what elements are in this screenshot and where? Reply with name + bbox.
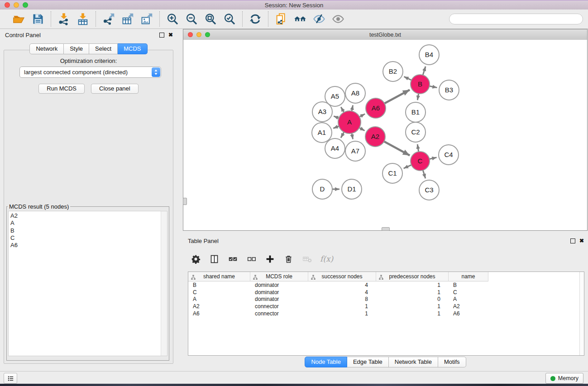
network-zoom-button[interactable] <box>205 32 210 37</box>
homes-icon[interactable] <box>293 12 307 26</box>
task-history-button[interactable] <box>4 373 17 384</box>
run-mcds-button[interactable]: Run MCDS <box>38 84 85 94</box>
graph-node-A1[interactable]: A1 <box>312 123 332 143</box>
graph-edge-A-A4[interactable] <box>341 132 344 138</box>
graph-node-D[interactable]: D <box>312 179 332 199</box>
minimize-window-button[interactable] <box>14 2 19 8</box>
table-cell[interactable]: A2 <box>449 303 488 310</box>
table-cell[interactable]: dominator <box>250 296 308 302</box>
mcds-result-item[interactable]: A <box>9 219 167 227</box>
split-handle-left[interactable] <box>183 198 187 205</box>
float-table-panel-icon[interactable] <box>570 238 575 243</box>
network-close-button[interactable] <box>188 32 193 37</box>
table-row[interactable]: Adominator80A <box>188 296 584 303</box>
graph-node-B2[interactable]: B2 <box>383 62 403 81</box>
mcds-result-item[interactable]: C <box>9 234 167 242</box>
split-handle-bottom[interactable] <box>382 227 390 231</box>
zoom-out-icon[interactable] <box>185 12 198 26</box>
table-cell[interactable]: dominator <box>250 289 308 295</box>
graph-node-A8[interactable]: A8 <box>345 83 365 103</box>
column-icon[interactable] <box>209 253 220 264</box>
mcds-result-item[interactable]: A6 <box>9 242 167 249</box>
tab-network[interactable]: Network <box>29 43 64 54</box>
table-cell[interactable]: 1 <box>376 289 449 295</box>
graph-edge-A-A5[interactable] <box>341 107 344 113</box>
apply-layout-icon[interactable] <box>249 12 262 26</box>
search-input[interactable] <box>462 15 579 23</box>
network-canvas[interactable]: AA1A2A3A4A5A6A7A8BB1B2B3B4CC1C2C3C4DD1 <box>183 40 587 230</box>
graph-edge-B-B1[interactable] <box>417 93 419 100</box>
search-field[interactable] <box>449 14 583 24</box>
graph-node-C4[interactable]: C4 <box>439 145 459 165</box>
table-cell[interactable]: 1 <box>376 310 449 317</box>
table-cell[interactable]: A6 <box>449 310 488 317</box>
import-table-icon[interactable] <box>76 12 90 26</box>
deselect-all-icon[interactable] <box>246 253 257 264</box>
tab-node-table[interactable]: Node Table <box>305 357 347 367</box>
graph-edge-A-A2[interactable] <box>359 128 365 131</box>
tab-edge-table[interactable]: Edge Table <box>347 357 389 367</box>
table-cell[interactable]: connector <box>250 310 308 317</box>
zoom-selected-icon[interactable] <box>223 12 236 26</box>
graph-edge-B-B3[interactable] <box>429 86 437 88</box>
table-cell[interactable]: dominator <box>250 282 308 288</box>
graph-node-B3[interactable]: B3 <box>439 80 459 100</box>
column-header-shared-name[interactable]: shared name <box>188 272 250 281</box>
zoom-in-icon[interactable] <box>166 12 179 26</box>
tab-network-table[interactable]: Network Table <box>389 357 438 367</box>
close-panel-button[interactable]: Close panel <box>91 84 139 94</box>
table-cell[interactable]: 0 <box>376 296 449 302</box>
graph-node-A5[interactable]: A5 <box>325 86 345 106</box>
zoom-fit-icon[interactable] <box>204 12 217 26</box>
graph-edge-C-C4[interactable] <box>429 157 437 159</box>
table-cell[interactable]: 4 <box>308 282 376 288</box>
add-icon[interactable] <box>264 253 275 264</box>
graph-edge-A6-B[interactable] <box>384 90 410 104</box>
tab-style[interactable]: Style <box>64 43 89 54</box>
graph-node-C1[interactable]: C1 <box>382 163 402 183</box>
zoom-window-button[interactable] <box>23 2 28 8</box>
table-cell[interactable]: 1 <box>376 303 449 310</box>
graph-edge-A-A6[interactable] <box>359 114 365 117</box>
table-scrollbar[interactable] <box>579 272 584 355</box>
table-cell[interactable]: 1 <box>376 282 449 288</box>
delete-icon[interactable] <box>283 253 294 264</box>
graph-node-A7[interactable]: A7 <box>345 141 365 161</box>
graph-node-C3[interactable]: C3 <box>419 180 439 200</box>
tab-motifs[interactable]: Motifs <box>438 357 466 367</box>
table-cell[interactable]: A <box>188 296 250 302</box>
graph-node-A6[interactable]: A6 <box>366 98 386 118</box>
close-window-button[interactable] <box>5 2 10 8</box>
gear-icon[interactable] <box>190 253 201 264</box>
graph-edge-A-A7[interactable] <box>352 133 353 139</box>
network-document-icon[interactable] <box>274 12 288 26</box>
graph-edge-C-C2[interactable] <box>417 144 419 152</box>
memory-button[interactable]: Memory <box>545 373 583 384</box>
table-cell[interactable]: connector <box>250 303 308 310</box>
close-table-panel-icon[interactable]: ✖ <box>579 238 584 243</box>
graph-node-C[interactable]: C <box>411 152 430 171</box>
column-header-MCDS-role[interactable]: MCDS role <box>250 272 308 281</box>
graph-node-B4[interactable]: B4 <box>419 45 439 65</box>
graph-node-D1[interactable]: D1 <box>342 179 362 199</box>
column-header-successor-nodes[interactable]: successor nodes <box>308 272 376 281</box>
table-cell[interactable]: 1 <box>308 310 376 317</box>
graph-edge-A-A8[interactable] <box>352 105 353 112</box>
table-row[interactable]: Bdominator41B <box>188 281 584 289</box>
mcds-result-list[interactable]: A2ABCA6 <box>8 211 167 356</box>
list-scrollbar[interactable] <box>161 211 167 356</box>
table-cell[interactable]: B <box>188 282 250 288</box>
table-cell[interactable]: A6 <box>188 310 250 317</box>
table-cell[interactable]: C <box>449 289 488 295</box>
table-cell[interactable]: 8 <box>308 296 376 302</box>
mcds-result-item[interactable]: B <box>9 227 167 234</box>
export-image-icon[interactable] <box>140 12 153 26</box>
column-header-predecessor-nodes[interactable]: predecessor nodes <box>376 272 449 281</box>
graph-node-B[interactable]: B <box>411 75 430 94</box>
table-cell[interactable]: A <box>449 296 488 302</box>
graph-edge-B-B2[interactable] <box>404 76 412 80</box>
tab-mcds[interactable]: MCDS <box>118 43 147 54</box>
graph-node-A[interactable]: A <box>338 111 361 133</box>
import-network-icon[interactable] <box>57 12 71 26</box>
graph-edge-C-C1[interactable] <box>404 165 412 168</box>
